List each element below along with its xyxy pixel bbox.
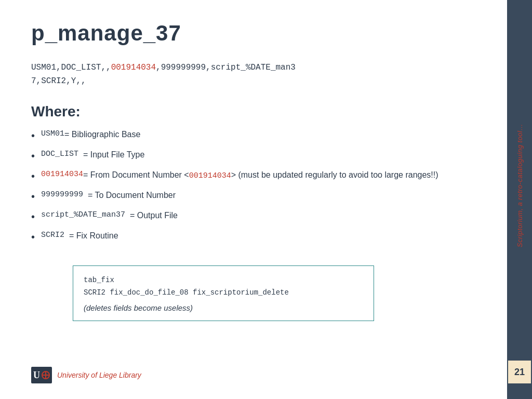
code-part2: ,999999999,script_%DATE_man3 — [156, 63, 296, 72]
bullet-code-4: 999999999 — [41, 189, 83, 201]
bullet-list: USM01 = Bibliographic Base DOC_LIST = In… — [31, 128, 476, 250]
list-item: 999999999 = To Document Number — [31, 189, 476, 204]
bullet-code-3: 001914034 — [41, 169, 83, 181]
fix-code-line1: tab_fix — [84, 274, 363, 287]
bullet-code-6: SCRI2 — [41, 230, 64, 242]
sidebar: Scriptorium, a retro-cataloguing tool… 2… — [507, 0, 532, 399]
main-content: p_manage_37 USM01,DOC_LIST,,001914034,99… — [0, 0, 507, 399]
fix-box: tab_fix SCRI2 fix_doc_do_file_08 fix_scr… — [73, 265, 374, 321]
fix-code-line2: SCRI2 fix_doc_do_file_08 fix_scriptorium… — [84, 287, 363, 299]
bullet-desc-5: = Output File — [125, 209, 178, 222]
list-item: 001914034 = From Document Number <001914… — [31, 169, 476, 184]
page-title: p_manage_37 — [31, 21, 476, 46]
bullet-code-5: script_%DATE_man37 — [41, 209, 125, 221]
command-line: USM01,DOC_LIST,,001914034,999999999,scri… — [31, 61, 476, 88]
svg-text:U: U — [33, 370, 40, 380]
bullet-code-2: DOC_LIST — [41, 149, 78, 161]
bullet-desc-1: = Bibliographic Base — [64, 128, 140, 141]
fix-italic: (deletes fields become useless) — [84, 303, 363, 312]
bullet-code-1: USM01 — [41, 128, 64, 140]
bullet-desc-6: = Fix Routine — [64, 230, 118, 242]
university-logo: U — [31, 367, 52, 383]
code-part1: USM01,DOC_LIST,, — [31, 63, 111, 72]
bullet-desc-3: = From Document Number <001914034> (must… — [83, 169, 438, 182]
list-item: script_%DATE_man37 = Output File — [31, 209, 476, 224]
where-heading: Where: — [31, 103, 476, 120]
bullet-highlight-3: 001914034 — [189, 171, 231, 180]
list-item: USM01 = Bibliographic Base — [31, 128, 476, 143]
bullet-desc-4: = To Document Number — [83, 189, 176, 202]
sidebar-text-wrapper: Scriptorium, a retro-cataloguing tool… — [516, 10, 524, 361]
footer: U University of Liege Library — [31, 362, 476, 383]
footer-text: University of Liege Library — [57, 371, 141, 379]
bullet-desc-2: = Input File Type — [78, 149, 144, 161]
list-item: SCRI2 = Fix Routine — [31, 230, 476, 245]
code-part3: 7,SCRI2,Y,, — [31, 76, 86, 86]
page-number: 21 — [508, 361, 531, 383]
list-item: DOC_LIST = Input File Type — [31, 149, 476, 164]
code-highlight1: 001914034 — [111, 63, 156, 72]
sidebar-label: Scriptorium, a retro-cataloguing tool… — [516, 124, 524, 247]
